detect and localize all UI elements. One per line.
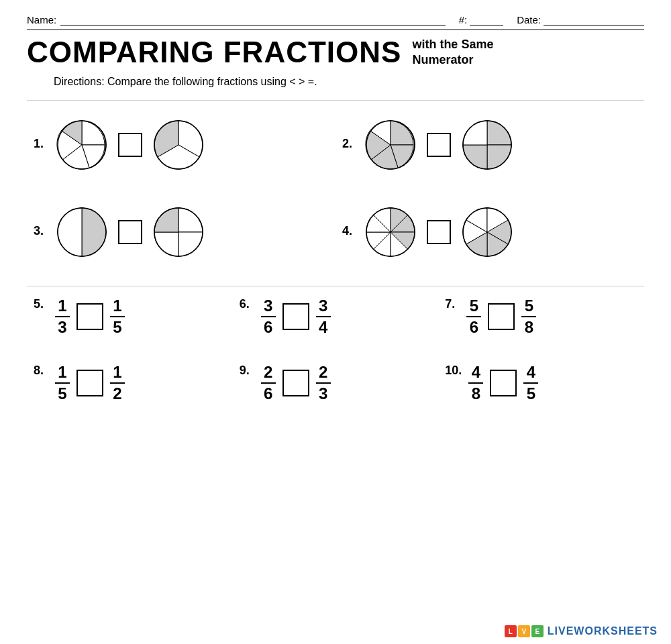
p10-right-line [523,382,538,384]
p5-right-line [110,316,125,317]
p8-right-line [110,382,125,384]
problem-3-left-circle [55,205,109,259]
problem-8: 8. 1 5 1 2 [27,364,233,403]
problem-10: 10. 4 8 4 5 [438,364,644,403]
sub-title-line1: with the Same [412,37,493,52]
problem-7: 7. 5 6 5 8 [438,297,644,337]
p8-left-num: 1 [58,364,66,381]
p9-right-num: 2 [319,364,327,381]
problem-6-right-fraction: 3 4 [316,297,331,337]
circle-problems-row-2: 3. 4. [27,199,644,266]
p10-left-den: 8 [472,385,480,402]
p5-right-num: 1 [113,297,121,315]
problem-5-right-fraction: 1 5 [110,297,125,337]
problem-7-compare-box[interactable] [488,303,515,330]
liveworksheets-logo: L V E [505,625,544,637]
p7-right-line [521,316,536,317]
p5-right-den: 5 [113,319,121,336]
problem-4-right-circle [460,205,514,259]
p8-right-den: 2 [113,385,121,402]
p9-left-line [261,382,276,384]
problem-8-number: 8. [34,364,48,378]
header: Name: #: Date: [27,13,644,30]
problem-8-right-fraction: 1 2 [110,364,125,403]
problem-6: 6. 3 6 3 4 [233,297,439,337]
problem-5-compare-box[interactable] [76,303,103,330]
p7-right-num: 5 [525,297,533,315]
problem-2-circles [364,118,514,172]
problem-1-compare-box[interactable] [118,133,142,157]
problem-7-number: 7. [445,297,460,311]
p5-left-line [55,316,70,317]
problem-6-number: 6. [240,297,254,311]
problem-4-left-circle [364,205,417,259]
problem-1-number: 1. [34,118,48,151]
problem-6-compare-box[interactable] [282,303,309,330]
problem-9-compare-box[interactable] [282,370,309,396]
problem-2-number: 2. [342,118,357,151]
p9-right-line [316,382,331,384]
name-input-line[interactable] [60,13,445,25]
logo-box-l: L [505,625,517,637]
problem-5: 5. 1 3 1 5 [27,297,233,337]
problem-9-right-fraction: 2 3 [316,364,331,403]
date-label: Date: [517,14,541,25]
problem-8-compare-box[interactable] [76,370,103,396]
title-row: COMPARING FRACTIONS with the Same Numera… [27,36,644,69]
problem-10-left-fraction: 4 8 [468,364,483,403]
p6-right-line [316,316,331,317]
p6-left-num: 3 [264,297,272,315]
p5-left-den: 3 [58,319,66,336]
problem-10-compare-box[interactable] [490,370,517,396]
problem-3-compare-box[interactable] [118,220,142,244]
problem-4-circles [364,205,514,259]
hash-label: #: [459,14,468,25]
main-title: COMPARING FRACTIONS [27,36,401,69]
name-field: Name: [27,13,446,25]
p8-left-line [55,382,70,384]
problem-5-number: 5. [34,297,48,311]
problem-5-left-fraction: 1 3 [55,297,70,337]
problem-7-left-fraction: 5 6 [466,297,481,337]
p7-left-line [466,316,481,317]
hash-input-line[interactable] [470,13,503,25]
p8-left-den: 5 [58,385,66,402]
p6-left-line [261,316,276,317]
problem-2-right-circle [460,118,514,172]
problem-3-circles [55,205,205,259]
problem-3-number: 3. [34,205,48,238]
problem-1: 1. [27,111,336,178]
date-input-line[interactable] [544,13,644,25]
p9-right-den: 3 [319,385,327,402]
p6-right-num: 3 [319,297,327,315]
num-problems-row-1: 5. 1 3 1 5 6. 3 6 3 4 7. 5 [27,297,644,337]
problem-9-number: 9. [240,364,254,378]
problem-2-compare-box[interactable] [427,133,451,157]
problem-9: 9. 2 6 2 3 [233,364,439,403]
circle-problems-row-1: 1. [27,111,644,178]
sub-title: with the Same Numerator [412,37,493,68]
problem-1-left-circle [55,118,109,172]
logo-box-v: V [518,625,530,637]
p6-left-den: 6 [264,319,272,336]
name-label: Name: [27,14,56,25]
date-field: Date: [517,13,644,25]
p6-right-den: 4 [319,319,327,336]
footer: L V E LIVEWORKSHEETS [505,625,658,637]
p10-left-line [468,382,483,384]
logo-box-e: E [531,625,544,637]
problem-8-left-fraction: 1 5 [55,364,70,403]
sub-title-line2: Numerator [412,52,493,68]
liveworksheets-brand: LIVEWORKSHEETS [548,625,658,637]
directions: Directions: Compare the following fracti… [54,76,644,88]
hash-field: #: [459,13,504,25]
problem-1-right-circle [152,118,205,172]
p5-left-num: 1 [58,297,66,315]
problem-4-compare-box[interactable] [427,220,451,244]
problem-2: 2. [336,111,644,178]
p7-left-den: 6 [470,319,478,336]
p10-right-den: 5 [527,385,535,402]
problem-6-left-fraction: 3 6 [261,297,276,337]
num-problems-row-2: 8. 1 5 1 2 9. 2 6 2 3 10. 4 [27,364,644,403]
problem-4: 4. [336,199,644,266]
